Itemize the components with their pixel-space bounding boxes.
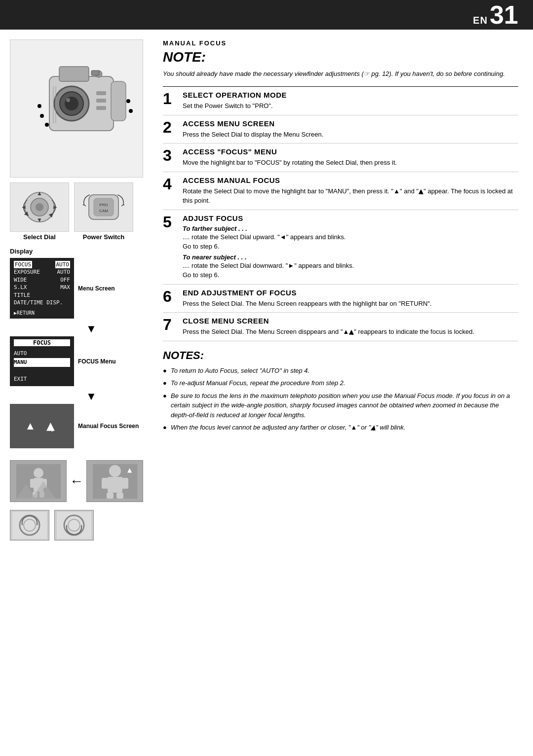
sub-step-farther-title: To farther subject . . . (183, 225, 518, 232)
header-bar: EN 31 (0, 0, 533, 30)
focus-menu-box: FOCUS AUTO MANU EXIT (10, 336, 74, 386)
power-switch-image: PRO CAM (74, 182, 133, 232)
camera-illustration (10, 39, 143, 178)
page-number-block: EN 31 (473, 2, 518, 28)
svg-rect-15 (96, 99, 106, 103)
svg-rect-5 (59, 67, 89, 81)
step-2: 2 ACCESS MENU SCREEN Press the Select Di… (163, 115, 518, 144)
left-column: ▲ ▼ ◄ ► (0, 30, 153, 550)
step-6: 6 END ADJUSTMENT OF FOCUS Press the Sele… (163, 285, 518, 313)
arrow-down-2: ▼ (35, 390, 148, 403)
svg-point-21 (36, 203, 43, 211)
step-3: 3 ACCESS "FOCUS" MENU Move the highlight… (163, 144, 518, 172)
camera-svg (20, 47, 133, 170)
svg-rect-16 (96, 106, 106, 110)
svg-rect-6 (111, 81, 126, 121)
svg-point-10 (40, 114, 44, 118)
sub-step-nearer-title: To nearer subject . . . (183, 253, 518, 261)
step-4: 4 ACCESS MANUAL FOCUS Rotate the Select … (163, 172, 518, 210)
svg-text:▼: ▼ (37, 216, 42, 223)
focus-menu-row: FOCUS AUTO MANU EXIT FOCUS Menu (10, 336, 148, 386)
notes-list: To return to Auto Focus, select "AUTO" i… (163, 366, 518, 432)
svg-rect-41 (108, 477, 122, 493)
sub-step-farther: To farther subject . . . .... rotate the… (183, 225, 518, 252)
svg-rect-14 (96, 91, 106, 95)
svg-rect-45 (116, 493, 123, 499)
dial-row: ▲ ▼ ◄ ► (10, 182, 148, 241)
step-7-number: 7 (163, 317, 178, 332)
step-3-body: Move the highlight bar to "FOCUS" by rot… (183, 158, 518, 168)
menu-screen-label: Menu Screen (78, 285, 115, 292)
step-7-body: Press the Select Dial. The Menu Screen d… (183, 327, 518, 337)
photo-far-subject (10, 460, 67, 502)
manual-focus-section-title: MANUAL FOCUS (163, 39, 518, 47)
step-3-number: 3 (163, 147, 178, 163)
notes-heading: NOTES: (163, 349, 518, 362)
arrow-down-1: ▼ (35, 323, 148, 335)
en-label: EN (473, 15, 488, 26)
step-7-content: CLOSE MENU SCREEN Press the Select Dial.… (183, 317, 518, 337)
step-4-content: ACCESS MANUAL FOCUS Rotate the Select Di… (183, 176, 518, 206)
menu-screen-box: FOCUSAUTO EXPOSUREAUTO WIDEOFF S.LXMAX T… (10, 258, 74, 319)
step-2-body: Press the Select Dial to display the Men… (183, 130, 518, 140)
step-2-heading: ACCESS MENU SCREEN (183, 119, 518, 128)
svg-point-9 (38, 104, 41, 108)
step-6-number: 6 (163, 288, 178, 304)
step-1-content: SELECT OPERATION MODE Set the Power Swit… (183, 91, 518, 111)
manual-focus-row: ▲ ▲̣ Manual Focus Screen (10, 404, 148, 448)
step-3-heading: ACCESS "FOCUS" MENU (183, 147, 518, 156)
step-4-heading: ACCESS MANUAL FOCUS (183, 176, 518, 185)
display-title: Display (10, 248, 148, 255)
step-2-content: ACCESS MENU SCREEN Press the Select Dial… (183, 119, 518, 140)
svg-point-13 (129, 109, 133, 113)
step-1: 1 SELECT OPERATION MODE Set the Power Sw… (163, 87, 518, 115)
sub-step-nearer-body: .... rotate the Select Dial downward. "►… (183, 261, 518, 280)
step-6-content: END ADJUSTMENT OF FOCUS Press the Select… (183, 288, 518, 309)
page-number: 31 (490, 2, 518, 28)
step-4-number: 4 (163, 176, 178, 192)
svg-rect-43 (121, 478, 128, 489)
step-5-number: 5 (163, 214, 178, 230)
svg-point-40 (109, 465, 121, 477)
focus-menu-label: FOCUS Menu (78, 358, 116, 365)
step-6-body: Press the Select Dial. The Menu Screen r… (183, 299, 518, 309)
sub-step-farther-body: .... rotate the Select Dial upward. "◄" … (183, 232, 518, 252)
select-dial-label: Select Dial (23, 233, 56, 241)
step-4-body: Rotate the Select Dial to move the highl… (183, 186, 518, 206)
step-1-heading: SELECT OPERATION MODE (183, 91, 518, 100)
step-1-body: Set the Power Switch to "PRO". (183, 101, 518, 111)
svg-text:CAM: CAM (99, 209, 108, 213)
photo-arrow: ← (70, 473, 83, 489)
step-2-number: 2 (163, 119, 178, 135)
bottom-photos: ← ▲̣ (10, 456, 148, 540)
step-5-content: ADJUST FOCUS To farther subject . . . ..… (183, 214, 518, 280)
svg-rect-44 (107, 493, 114, 499)
note-1: To return to Auto Focus, select "AUTO" i… (163, 366, 518, 376)
note-4: When the focus level cannot be adjusted … (163, 423, 518, 432)
main-content: ▲ ▼ ◄ ► (0, 30, 533, 550)
photo-near-subject: ▲̣ (86, 460, 143, 502)
small-box-left (10, 510, 49, 540)
note-text: You should already have made the necessa… (163, 69, 518, 79)
svg-text:▲: ▲ (37, 190, 42, 197)
select-dial-image: ▲ ▼ ◄ ► (10, 182, 69, 232)
svg-point-4 (66, 98, 70, 102)
step-7: 7 CLOSE MENU SCREEN Press the Select Dia… (163, 313, 518, 341)
display-section: Display FOCUSAUTO EXPOSUREAUTO WIDEOFF S… (10, 248, 148, 448)
svg-point-31 (34, 468, 43, 478)
note-3: Be sure to focus the lens in the maximum… (163, 391, 518, 420)
svg-rect-33 (30, 479, 35, 488)
svg-rect-27 (94, 198, 114, 216)
svg-rect-8 (91, 71, 99, 75)
step-7-heading: CLOSE MENU SCREEN (183, 317, 518, 325)
svg-rect-42 (102, 478, 109, 489)
manual-focus-label: Manual Focus Screen (78, 423, 139, 430)
step-6-heading: END ADJUSTMENT OF FOCUS (183, 288, 518, 297)
svg-text:PRO: PRO (99, 203, 108, 207)
sub-step-nearer: To nearer subject . . . .... rotate the … (183, 253, 518, 280)
step-5: 5 ADJUST FOCUS To farther subject . . . … (163, 210, 518, 285)
small-box-right (54, 510, 94, 540)
note-2: To re-adjust Manual Focus, repeat the pr… (163, 378, 518, 388)
svg-text:▲̣: ▲̣ (127, 467, 132, 473)
svg-point-12 (126, 99, 130, 103)
